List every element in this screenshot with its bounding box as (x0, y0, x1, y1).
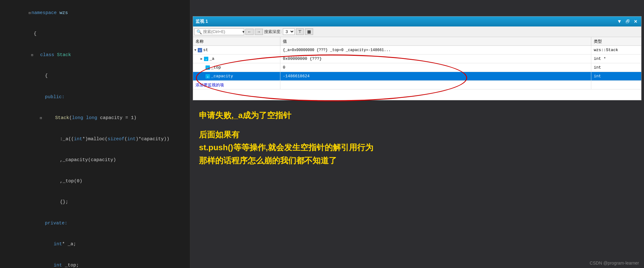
code-line-1: ⊟namespace wzs (0, 2, 190, 24)
watch-name-st: ▼ S st (193, 46, 280, 54)
annotation-area: 申请失败,_a成为了空指针 后面如果有 st.push()等等操作,就会发生空指… (193, 103, 642, 259)
search-input[interactable] (203, 29, 240, 34)
svg-text:a: a (207, 75, 208, 78)
code-line-11: private: (0, 213, 190, 234)
code-line-4: { (0, 66, 190, 87)
code-line-8: ,_capacity(capacity) (0, 150, 190, 171)
watch-add-label[interactable]: 添加要监视的项 (193, 81, 280, 89)
watch-value-capacity: -1486618624 (280, 72, 591, 80)
collapse-icon-1[interactable]: ⊟ (29, 11, 31, 15)
watch-titlebar: 监视 1 ▼ 🗗 ✕ (193, 17, 641, 26)
code-panel: ⊟namespace wzs { ⊟class Stack { public: … (0, 0, 190, 268)
watch-headers: 名称 值 类型 (193, 37, 641, 46)
icon-top: a (206, 65, 210, 70)
svg-text:a: a (206, 58, 207, 61)
code-line-9: ,_top(0) (0, 171, 190, 192)
icon-capacity: a (206, 74, 210, 79)
code-line-12: int* _a; (0, 234, 190, 255)
watch-name-top: a _top (193, 63, 280, 72)
titlebar-controls: ▼ 🗗 ✕ (616, 19, 639, 24)
depth-select[interactable]: 3 1 2 4 5 (283, 28, 295, 35)
col-header-type: 类型 (591, 37, 641, 45)
watch-type-top: int (591, 63, 641, 72)
watch-name-a: ▶ a _a (193, 55, 280, 63)
watch-type-capacity: int (591, 72, 641, 80)
columns-button[interactable]: ▦ (305, 28, 313, 35)
collapse-icon-3[interactable]: ⊟ (31, 53, 33, 57)
watch-type-st: wzs::Stack (591, 46, 641, 54)
watch-add-value (280, 81, 591, 89)
annotation-line2: 后面如果有 (199, 128, 635, 141)
watch-value-top: 0 (280, 63, 591, 72)
col-header-name: 名称 (193, 37, 280, 45)
icon-st: S (198, 48, 202, 52)
watch-row-st[interactable]: ▼ S st {_a=0x00000000 {???} _top=0 _capa… (193, 46, 641, 55)
right-panel: 监视 1 ▼ 🗗 ✕ 🔍 ▼ ← → 搜索深度: 3 1 2 4 5 (190, 0, 644, 268)
code-line-13: int _top; (0, 255, 190, 268)
watch-type-a: int * (591, 55, 641, 63)
code-line-10: {}; (0, 192, 190, 213)
collapse-icon-6[interactable]: ⊟ (40, 116, 42, 120)
watch-toolbar: 🔍 ▼ ← → 搜索深度: 3 1 2 4 5 ⊤ ▦ (193, 26, 641, 37)
depth-label: 搜索深度: (264, 29, 282, 35)
expand-arrow-st[interactable]: ▼ (194, 48, 196, 52)
watch-add-type (591, 81, 641, 89)
watch-title: 监视 1 (196, 19, 208, 24)
watch-row-capacity[interactable]: a _capacity -1486618624 int (193, 72, 641, 81)
dropdown-arrow-icon[interactable]: ▼ (242, 30, 245, 34)
watch-body: ▼ S st {_a=0x00000000 {???} _top=0 _capa… (193, 46, 641, 100)
svg-text:S: S (199, 49, 201, 52)
search-icon: 🔍 (196, 29, 202, 34)
code-line-5: public: (0, 87, 190, 108)
watermark: CSDN @program-learner (590, 261, 639, 266)
watch-window: 监视 1 ▼ 🗗 ✕ 🔍 ▼ ← → 搜索深度: 3 1 2 4 5 (193, 16, 642, 100)
watch-row-top[interactable]: a _top 0 int (193, 63, 641, 72)
nav-forward-button[interactable]: → (255, 29, 263, 35)
close-icon[interactable]: ✕ (632, 19, 639, 24)
annotation-line1: 申请失败,_a成为了空指针 (199, 109, 635, 122)
code-line-3: ⊟class Stack (0, 45, 190, 66)
search-box[interactable]: 🔍 ▼ (194, 28, 244, 35)
watch-name-capacity: a _capacity (193, 72, 280, 80)
code-line-7: :_a((int*)malloc(sizeof(int)*capacity)) (0, 129, 190, 150)
annotation-line4: 那样的话程序怎么崩的我们都不知道了 (199, 154, 635, 167)
watch-value-a: 0x00000000 {???} (280, 55, 591, 63)
watch-value-st: {_a=0x00000000 {???} _top=0 _capacity=-1… (280, 46, 591, 54)
filter-button[interactable]: ⊤ (296, 28, 304, 35)
restore-icon[interactable]: 🗗 (624, 19, 631, 24)
code-line-2: { (0, 24, 190, 45)
svg-text:a: a (207, 66, 208, 69)
pin-icon[interactable]: ▼ (616, 19, 623, 24)
col-header-value: 值 (280, 37, 591, 45)
code-line-6: ⊟Stack(long long capacity = 1) (0, 108, 190, 129)
watch-row-a[interactable]: ▶ a _a 0x00000000 {???} int * (193, 55, 641, 63)
icon-a: a (204, 57, 208, 61)
watch-add-row[interactable]: 添加要监视的项 (193, 81, 641, 89)
expand-arrow-a[interactable]: ▶ (201, 57, 203, 61)
annotation-line3: st.push()等等操作,就会发生空指针的解引用行为 (199, 141, 635, 154)
nav-back-button[interactable]: ← (245, 29, 254, 35)
